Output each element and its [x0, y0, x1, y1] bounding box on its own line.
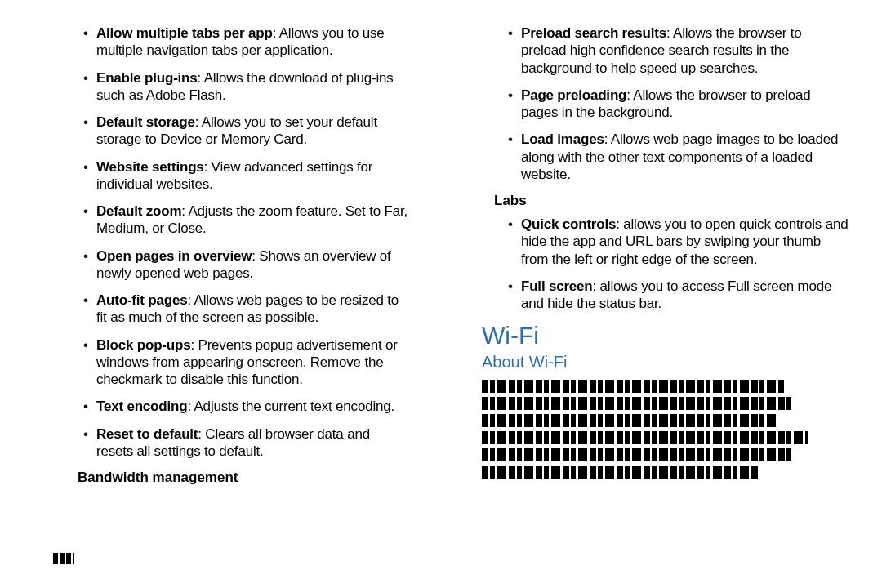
- redacted-paragraph: [482, 380, 849, 479]
- list-item: Website settings: View advanced settings…: [82, 158, 408, 194]
- item-term: Default zoom: [96, 203, 181, 219]
- list-item: Block pop-ups: Prevents popup advertisem…: [82, 336, 408, 389]
- list-item: Full screen: allows you to access Full s…: [506, 278, 849, 313]
- bandwidth-heading: Bandwidth management: [78, 470, 408, 486]
- list-item: Allow multiple tabs per app: Allows you …: [82, 24, 408, 60]
- item-term: Auto-fit pages: [96, 292, 187, 308]
- redacted-line: [482, 466, 760, 479]
- list-item: Auto-fit pages: Allows web pages to be r…: [82, 292, 408, 327]
- list-item: Page preloading: Allows the browser to p…: [506, 87, 849, 122]
- item-term: Website settings: [96, 159, 204, 175]
- page-number-redacted: [53, 553, 74, 564]
- item-term: Default storage: [96, 114, 195, 130]
- about-wifi-heading: About Wi-Fi: [482, 353, 849, 372]
- advanced-settings-list: Allow multiple tabs per app: Allows you …: [33, 24, 408, 460]
- left-column: Allow multiple tabs per app: Allows you …: [33, 24, 441, 580]
- list-item: Enable plug-ins: Allows the download of …: [82, 69, 408, 105]
- item-term: Reset to default: [96, 426, 198, 442]
- item-term: Page preloading: [521, 87, 626, 103]
- item-term: Load images: [521, 131, 604, 147]
- list-item: Quick controls: allows you to open quick…: [506, 216, 849, 268]
- list-item: Default storage: Allows you to set your …: [82, 114, 408, 149]
- labs-heading: Labs: [494, 193, 849, 209]
- list-item: Load images: Allows web page images to b…: [506, 131, 849, 183]
- redacted-line: [482, 380, 784, 393]
- list-item: Default zoom: Adjusts the zoom feature. …: [82, 203, 408, 238]
- item-term: Allow multiple tabs per app: [96, 25, 273, 41]
- labs-items-list: Quick controls: allows you to open quick…: [474, 216, 849, 312]
- page-number: [53, 550, 74, 564]
- redacted-line: [482, 397, 792, 410]
- item-term: Quick controls: [521, 216, 616, 232]
- list-item: Text encoding: Adjusts the current text …: [82, 398, 408, 415]
- list-item: Open pages in overview: Shows an overvie…: [82, 247, 408, 283]
- right-column: Preload search results: Allows the brows…: [441, 24, 849, 580]
- manual-page: Allow multiple tabs per app: Allows you …: [0, 0, 882, 588]
- list-item: Preload search results: Allows the brows…: [506, 24, 849, 77]
- list-item: Reset to default: Clears all browser dat…: [82, 425, 408, 461]
- redacted-line: [482, 448, 792, 461]
- item-description: : Adjusts the current text encoding.: [187, 399, 394, 414]
- item-term: Preload search results: [521, 25, 666, 41]
- redacted-line: [482, 414, 776, 427]
- bandwidth-items-list: Preload search results: Allows the brows…: [474, 24, 849, 183]
- item-term: Open pages in overview: [96, 248, 252, 264]
- item-term: Block pop-ups: [96, 337, 190, 353]
- wifi-heading: Wi-Fi: [482, 322, 849, 350]
- item-term: Full screen: [521, 278, 593, 294]
- item-term: Enable plug-ins: [96, 70, 198, 86]
- redacted-line: [482, 431, 808, 444]
- item-term: Text encoding: [96, 399, 187, 414]
